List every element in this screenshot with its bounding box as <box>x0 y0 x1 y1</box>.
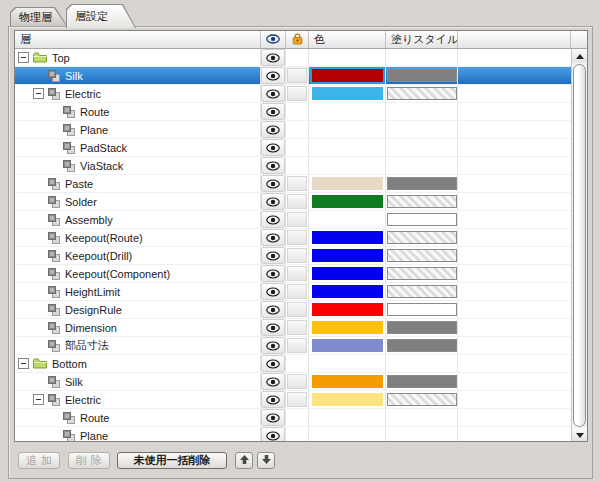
fill-style-swatch[interactable] <box>387 195 457 208</box>
visibility-toggle[interactable] <box>261 355 285 372</box>
visibility-toggle[interactable] <box>261 229 285 246</box>
color-swatch[interactable] <box>312 249 383 262</box>
tab-layer-settings[interactable]: 層設定 <box>66 4 136 28</box>
table-row[interactable]: DesignRule <box>15 301 573 319</box>
lock-toggle[interactable] <box>287 68 307 83</box>
color-swatch[interactable] <box>312 375 383 388</box>
table-row[interactable]: Bottom <box>15 355 573 373</box>
scrollbar-thumb[interactable] <box>573 64 586 427</box>
visibility-toggle[interactable] <box>261 139 285 156</box>
fill-style-swatch[interactable] <box>387 393 457 406</box>
visibility-toggle[interactable] <box>261 391 285 408</box>
fill-style-swatch[interactable] <box>387 213 457 226</box>
visibility-toggle[interactable] <box>261 283 285 300</box>
visibility-toggle[interactable] <box>261 211 285 228</box>
table-row[interactable]: Plane <box>15 121 573 139</box>
table-row[interactable]: Route <box>15 409 573 427</box>
visibility-toggle[interactable] <box>261 301 285 318</box>
visibility-toggle[interactable] <box>261 409 285 426</box>
visibility-toggle[interactable] <box>261 103 285 120</box>
table-row[interactable]: Paste <box>15 175 573 193</box>
collapse-icon[interactable] <box>33 88 44 99</box>
vertical-scrollbar[interactable] <box>571 49 587 442</box>
visibility-toggle[interactable] <box>261 247 285 264</box>
color-swatch[interactable] <box>312 321 383 334</box>
tab-physical-layer[interactable]: 物理層 <box>10 7 68 27</box>
fill-style-swatch[interactable] <box>387 375 457 388</box>
table-row[interactable]: PadStack <box>15 139 573 157</box>
table-row[interactable]: ViaStack <box>15 157 573 175</box>
lock-toggle[interactable] <box>287 338 307 353</box>
scroll-down-button[interactable] <box>572 428 587 442</box>
visibility-toggle[interactable] <box>261 121 285 138</box>
visibility-toggle[interactable] <box>261 175 285 192</box>
lock-toggle[interactable] <box>287 248 307 263</box>
visibility-toggle[interactable] <box>261 157 285 174</box>
table-row[interactable]: Silk <box>15 67 573 85</box>
fill-style-swatch[interactable] <box>387 285 457 298</box>
fill-style-swatch[interactable] <box>387 231 457 244</box>
visibility-toggle[interactable] <box>261 373 285 390</box>
lock-toggle[interactable] <box>287 212 307 227</box>
visibility-toggle[interactable] <box>261 49 285 66</box>
table-row[interactable]: Keepout(Drill) <box>15 247 573 265</box>
fill-style-swatch[interactable] <box>387 303 457 316</box>
table-row[interactable]: Keepout(Component) <box>15 265 573 283</box>
visibility-toggle[interactable] <box>261 319 285 336</box>
visibility-toggle[interactable] <box>261 193 285 210</box>
delete-unused-button[interactable]: 未使用一括削除 <box>117 452 227 469</box>
table-row[interactable]: Route <box>15 103 573 121</box>
color-swatch[interactable] <box>312 303 383 316</box>
color-swatch[interactable] <box>312 177 383 190</box>
lock-toggle[interactable] <box>287 86 307 101</box>
lock-toggle[interactable] <box>287 194 307 209</box>
table-row[interactable]: Silk <box>15 373 573 391</box>
lock-toggle[interactable] <box>287 284 307 299</box>
lock-toggle[interactable] <box>287 176 307 191</box>
fill-style-swatch[interactable] <box>387 87 457 100</box>
fill-style-swatch[interactable] <box>387 69 457 82</box>
fill-style-swatch[interactable] <box>387 267 457 280</box>
table-row[interactable]: HeightLimit <box>15 283 573 301</box>
lock-toggle[interactable] <box>287 230 307 245</box>
color-swatch[interactable] <box>312 393 383 406</box>
move-up-button[interactable] <box>235 452 253 469</box>
table-row[interactable]: Solder <box>15 193 573 211</box>
scroll-up-button[interactable] <box>572 49 587 63</box>
scrollbar-track[interactable] <box>572 63 587 428</box>
lock-toggle[interactable] <box>287 374 307 389</box>
fill-style-swatch[interactable] <box>387 177 457 190</box>
move-down-button[interactable] <box>257 452 275 469</box>
collapse-icon[interactable] <box>33 394 44 405</box>
collapse-icon[interactable] <box>18 52 29 63</box>
table-row[interactable]: Top <box>15 49 573 67</box>
visibility-toggle[interactable] <box>261 85 285 102</box>
color-swatch[interactable] <box>312 195 383 208</box>
fill-style-swatch[interactable] <box>387 339 457 352</box>
table-row[interactable]: Assembly <box>15 211 573 229</box>
lock-toggle[interactable] <box>287 392 307 407</box>
color-swatch[interactable] <box>312 267 383 280</box>
table-row[interactable]: Plane <box>15 427 573 442</box>
visibility-toggle[interactable] <box>261 265 285 282</box>
visibility-toggle[interactable] <box>261 427 285 442</box>
color-swatch[interactable] <box>312 339 383 352</box>
table-row[interactable]: Electric <box>15 85 573 103</box>
color-swatch[interactable] <box>312 231 383 244</box>
lock-toggle[interactable] <box>287 302 307 317</box>
color-swatch[interactable] <box>312 87 383 100</box>
lock-toggle[interactable] <box>287 320 307 335</box>
color-swatch[interactable] <box>312 213 383 226</box>
color-swatch[interactable] <box>312 69 383 82</box>
color-swatch[interactable] <box>312 285 383 298</box>
table-row[interactable]: Electric <box>15 391 573 409</box>
lock-toggle[interactable] <box>287 266 307 281</box>
collapse-icon[interactable] <box>18 358 29 369</box>
visibility-toggle[interactable] <box>261 337 285 354</box>
table-row[interactable]: Dimension <box>15 319 573 337</box>
table-row[interactable]: Keepout(Route) <box>15 229 573 247</box>
fill-style-swatch[interactable] <box>387 321 457 334</box>
fill-style-swatch[interactable] <box>387 249 457 262</box>
visibility-toggle[interactable] <box>261 67 285 84</box>
table-row[interactable]: 部品寸法 <box>15 337 573 355</box>
